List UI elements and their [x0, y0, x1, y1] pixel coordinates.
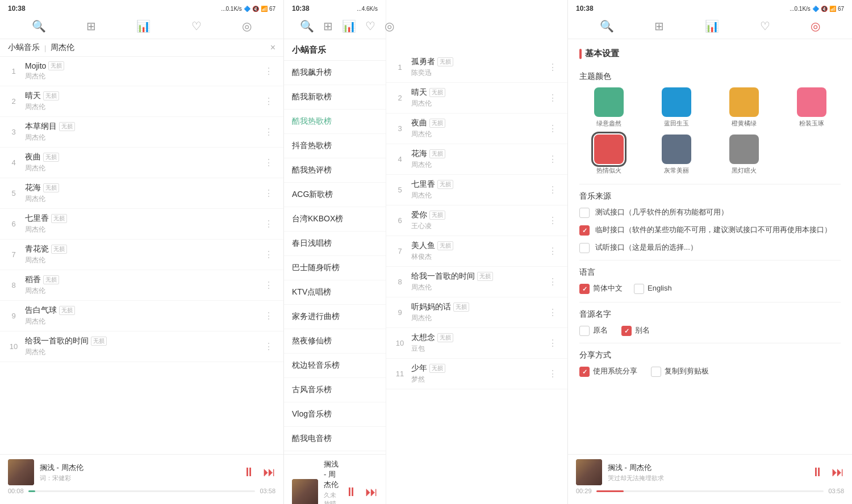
chart-list-item[interactable]: 酷我飙升榜: [284, 61, 386, 85]
color-swatch-button[interactable]: [594, 87, 624, 117]
nav-search-1[interactable]: 🔍: [27, 18, 51, 34]
nav-charts-2[interactable]: 📊: [337, 18, 361, 34]
song-more-icon[interactable]: ⋮: [262, 188, 275, 199]
nav-search-2[interactable]: 🔍: [295, 18, 319, 34]
next-button-3[interactable]: ⏭: [832, 465, 844, 480]
chart-list-item[interactable]: 春日浅唱榜: [284, 232, 386, 256]
song-more-icon[interactable]: ⋮: [262, 127, 275, 137]
color-swatch-button[interactable]: [594, 135, 624, 164]
chart-list-item[interactable]: ACG新歌榜: [284, 183, 386, 207]
nav-search-3[interactable]: 🔍: [595, 18, 619, 34]
song-more-icon[interactable]: ⋮: [262, 280, 275, 291]
song-more-icon[interactable]: ⋮: [546, 93, 559, 103]
song-more-icon[interactable]: ⋮: [262, 96, 275, 107]
chart-list-item[interactable]: 古风音乐榜: [284, 378, 386, 402]
song-more-icon[interactable]: ⋮: [262, 219, 275, 229]
list-item[interactable]: 7 青花瓷 无损 周杰伦 ⋮: [0, 240, 283, 270]
search-close-button[interactable]: ×: [270, 43, 275, 53]
player-thumb-1[interactable]: [8, 459, 34, 485]
checkbox-box[interactable]: [579, 208, 590, 218]
chart-list-item[interactable]: 台湾KKBOX榜: [284, 207, 386, 232]
table-row[interactable]: 8 给我一首歌的时间 无损 周杰伦 ⋮: [386, 267, 567, 297]
table-row[interactable]: 3 夜曲 无损 周杰伦 ⋮: [386, 114, 567, 144]
progress-bar-1[interactable]: [28, 490, 256, 492]
song-more-icon[interactable]: ⋮: [546, 338, 559, 348]
list-item[interactable]: 1 Mojito 无损 周杰伦 ⋮: [0, 57, 283, 86]
table-row[interactable]: 1 孤勇者 无损 陈奕迅 ⋮: [386, 52, 567, 83]
checkbox-box[interactable]: [579, 225, 590, 236]
table-row[interactable]: 9 听妈妈的话 无损 周杰伦 ⋮: [386, 297, 567, 328]
nav-settings-1[interactable]: ◎: [237, 18, 256, 34]
nav-library-1[interactable]: ⊞: [82, 18, 101, 34]
nav-favorites-3[interactable]: ♡: [755, 18, 775, 34]
song-more-icon[interactable]: ⋮: [546, 246, 559, 257]
nav-settings-3[interactable]: ◎: [806, 18, 825, 34]
song-more-icon[interactable]: ⋮: [546, 62, 559, 73]
next-button-2[interactable]: ⏭: [365, 485, 378, 499]
search-query[interactable]: 周杰伦: [51, 43, 74, 53]
pause-button-2[interactable]: ⏸: [345, 485, 357, 499]
list-item[interactable]: 3 本草纲目 无损 周杰伦 ⋮: [0, 117, 283, 148]
table-row[interactable]: 7 美人鱼 无损 林俊杰 ⋮: [386, 236, 567, 267]
nav-library-3[interactable]: ⊞: [650, 18, 669, 34]
color-swatch-button[interactable]: [662, 87, 691, 117]
chart-list-item[interactable]: 酷我新歌榜: [284, 85, 386, 110]
table-row[interactable]: 11 少年 无损 梦然 ⋮: [386, 359, 567, 389]
color-swatch-button[interactable]: [729, 87, 759, 117]
list-item[interactable]: 6 七里香 无损 周杰伦 ⋮: [0, 209, 283, 240]
pause-button-1[interactable]: ⏸: [243, 465, 255, 480]
share-checkbox[interactable]: [579, 367, 590, 377]
song-more-icon[interactable]: ⋮: [546, 368, 559, 379]
nav-charts-3[interactable]: 📊: [700, 18, 724, 34]
chart-list-item[interactable]: KTV点唱榜: [284, 280, 386, 305]
color-swatch-button[interactable]: [662, 135, 691, 164]
pause-button-3[interactable]: ⏸: [811, 465, 824, 480]
list-item[interactable]: 5 花海 无损 周杰伦 ⋮: [0, 178, 283, 209]
song-more-icon[interactable]: ⋮: [262, 249, 275, 260]
nav-favorites-2[interactable]: ♡: [361, 18, 380, 34]
chart-list-item[interactable]: 酷我热歌榜: [284, 110, 386, 134]
table-row[interactable]: 2 晴天 无损 周杰伦 ⋮: [386, 83, 567, 114]
chart-list-item[interactable]: 巴士随身听榜: [284, 256, 386, 280]
song-more-icon[interactable]: ⋮: [262, 310, 275, 321]
color-swatch-button[interactable]: [797, 87, 826, 117]
song-more-icon[interactable]: ⋮: [546, 184, 559, 195]
table-row[interactable]: 10 太想念 无损 豆包 ⋮: [386, 328, 567, 359]
sound-source-checkbox[interactable]: [579, 326, 590, 336]
chart-list-item[interactable]: 酷我电音榜: [284, 427, 386, 451]
nav-favorites-1[interactable]: ♡: [187, 18, 206, 34]
nav-charts-1[interactable]: 📊: [132, 18, 155, 34]
share-checkbox[interactable]: [651, 367, 661, 377]
chart-list-item[interactable]: 酷我热评榜: [284, 158, 386, 183]
list-item[interactable]: 4 夜曲 无损 周杰伦 ⋮: [0, 148, 283, 178]
table-row[interactable]: 6 爱你 无损 王心凌 ⋮: [386, 205, 567, 236]
nav-library-2[interactable]: ⊞: [319, 18, 337, 34]
song-more-icon[interactable]: ⋮: [546, 307, 559, 318]
chart-list-item[interactable]: 抖音热歌榜: [284, 134, 386, 158]
song-more-icon[interactable]: ⋮: [546, 123, 559, 134]
chart-list-item[interactable]: Vlog音乐榜: [284, 402, 386, 427]
list-item[interactable]: 8 稻香 无损 周杰伦 ⋮: [0, 270, 283, 301]
list-item[interactable]: 9 告白气球 无损 周杰伦 ⋮: [0, 301, 283, 331]
next-button-1[interactable]: ⏭: [263, 465, 275, 480]
song-more-icon[interactable]: ⋮: [546, 215, 559, 226]
sound-source-checkbox[interactable]: [621, 326, 632, 336]
song-more-icon[interactable]: ⋮: [546, 154, 559, 165]
song-more-icon[interactable]: ⋮: [262, 341, 275, 352]
checkbox-box[interactable]: [579, 243, 590, 253]
song-more-icon[interactable]: ⋮: [262, 157, 275, 168]
table-row[interactable]: 5 七里香 无损 周杰伦 ⋮: [386, 175, 567, 205]
chart-list-item[interactable]: 枕边轻音乐榜: [284, 354, 386, 378]
chart-list-item[interactable]: 家务进行曲榜: [284, 305, 386, 329]
song-more-icon[interactable]: ⋮: [262, 66, 275, 77]
chart-list-item[interactable]: 熬夜修仙榜: [284, 329, 386, 354]
player-thumb-2[interactable]: [292, 479, 318, 504]
lang-checkbox[interactable]: [634, 284, 644, 294]
color-swatch-button[interactable]: [729, 135, 759, 164]
player-thumb-3[interactable]: [576, 459, 602, 485]
list-item[interactable]: 2 晴天 无损 周杰伦 ⋮: [0, 86, 283, 117]
song-more-icon[interactable]: ⋮: [546, 276, 559, 287]
lang-checkbox[interactable]: [579, 284, 590, 294]
list-item[interactable]: 10 给我一首歌的时间 无损 周杰伦 ⋮: [0, 331, 283, 362]
table-row[interactable]: 4 花海 无损 周杰伦 ⋮: [386, 144, 567, 175]
